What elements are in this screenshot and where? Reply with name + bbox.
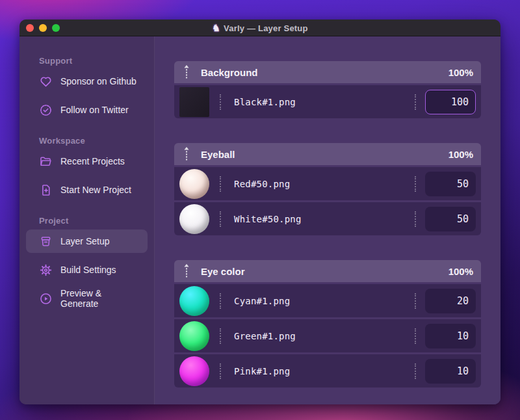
layer-group-weight: 100% — [448, 266, 473, 277]
layer-filename: Green#1.png — [234, 331, 296, 341]
app-window: ♞Varly — Layer Setup Support Sponsor on … — [20, 20, 500, 404]
sidebar-item-layer-setup[interactable]: Layer Setup — [26, 230, 148, 253]
sidebar-item-label: Follow on Twitter — [60, 105, 129, 115]
sidebar-item-start-new-project[interactable]: Start New Project — [26, 178, 148, 202]
layer-filename: Pink#1.png — [234, 366, 290, 376]
row-separator — [415, 94, 416, 110]
row-separator — [220, 363, 221, 379]
row-separator — [415, 176, 416, 192]
play-circle-icon — [39, 292, 53, 306]
layer-group-name: Eyeball — [201, 149, 235, 160]
sidebar-section-workspace: Workspace Recent Projects Start New Proj… — [20, 136, 154, 202]
layer-weight-input[interactable] — [425, 359, 476, 384]
layer-thumbnail — [179, 87, 209, 117]
gear-icon — [39, 263, 53, 277]
archive-box-icon — [39, 235, 53, 248]
layer-thumbnail — [179, 169, 209, 199]
row-separator — [415, 328, 416, 344]
sidebar-item-label: Recent Projects — [60, 156, 125, 166]
section-label-project: Project — [20, 216, 154, 230]
row-separator — [415, 211, 416, 227]
layer-group-weight: 100% — [448, 67, 473, 78]
layer-weight-input[interactable] — [425, 207, 476, 231]
layer-thumbnail — [179, 356, 209, 386]
row-separator — [220, 94, 221, 110]
layer-row[interactable]: Pink#1.png — [174, 352, 481, 387]
titlebar: ♞Varly — Layer Setup — [20, 20, 500, 36]
folder-icon — [39, 155, 53, 168]
sidebar-item-preview-generate[interactable]: Preview & Generate — [26, 287, 148, 310]
layer-row[interactable]: Black#1.png — [174, 83, 481, 118]
row-separator — [220, 293, 221, 309]
heart-icon — [39, 75, 53, 88]
layer-thumbnail — [179, 204, 209, 234]
section-label-support: Support — [20, 56, 154, 70]
sidebar-section-support: Support Sponsor on Github Follow on Twit… — [20, 56, 154, 122]
layer-filename: Black#1.png — [234, 97, 296, 107]
sidebar-item-label: Preview & Generate — [60, 288, 141, 309]
layer-group-name: Background — [201, 67, 258, 78]
row-separator — [220, 211, 221, 227]
verified-check-icon — [39, 103, 53, 117]
layer-group-eye-color: Eye color 100% Cyan#1.png Green#1.png — [174, 260, 481, 387]
new-document-icon — [39, 183, 53, 197]
sidebar-item-label: Layer Setup — [60, 236, 110, 246]
layer-group-header[interactable]: Eyeball 100% — [174, 143, 481, 165]
sidebar-item-label: Start New Project — [60, 185, 131, 195]
layer-filename: Red#50.png — [234, 179, 290, 189]
layer-setup-panel: Background 100% Black#1.png Eyeball — [155, 36, 500, 404]
window-title: Varly — Layer Setup — [224, 23, 308, 33]
layer-weight-input[interactable] — [425, 289, 476, 313]
sidebar-item-label: Build Settings — [60, 265, 116, 275]
drag-handle-icon[interactable] — [183, 65, 190, 79]
unicorn-icon: ♞ — [212, 23, 220, 33]
layer-thumbnail — [179, 321, 209, 351]
sidebar-item-sponsor-on-github[interactable]: Sponsor on Github — [26, 70, 148, 93]
layer-thumbnail — [179, 286, 209, 316]
layer-filename: Cyan#1.png — [234, 296, 290, 306]
layer-group-background: Background 100% Black#1.png — [174, 61, 481, 118]
row-separator — [415, 293, 416, 309]
layer-weight-input[interactable] — [425, 90, 476, 114]
sidebar: Support Sponsor on Github Follow on Twit… — [20, 36, 155, 404]
layer-weight-input[interactable] — [425, 324, 476, 348]
drag-handle-icon[interactable] — [183, 264, 190, 278]
layer-row[interactable]: Green#1.png — [174, 317, 481, 352]
drag-handle-icon[interactable] — [183, 147, 190, 161]
layer-weight-input[interactable] — [425, 172, 476, 196]
sidebar-item-recent-projects[interactable]: Recent Projects — [26, 150, 148, 173]
row-separator — [220, 176, 221, 192]
layer-group-weight: 100% — [448, 149, 473, 160]
layer-filename: White#50.png — [234, 214, 302, 224]
sidebar-item-label: Sponsor on Github — [60, 76, 136, 86]
sidebar-section-project: Project Layer Setup Build Settings Previ… — [20, 216, 154, 310]
section-label-workspace: Workspace — [20, 136, 154, 150]
layer-row[interactable]: Red#50.png — [174, 165, 481, 200]
layer-group-eyeball: Eyeball 100% Red#50.png White#50.png — [174, 143, 481, 235]
window-title-area: ♞Varly — Layer Setup — [20, 23, 500, 33]
layer-row[interactable]: Cyan#1.png — [174, 282, 481, 317]
layer-group-header[interactable]: Eye color 100% — [174, 260, 481, 282]
row-separator — [415, 363, 416, 379]
layer-group-name: Eye color — [201, 266, 245, 277]
layer-group-header[interactable]: Background 100% — [174, 61, 481, 83]
row-separator — [220, 328, 221, 344]
layer-row[interactable]: White#50.png — [174, 200, 481, 235]
sidebar-item-build-settings[interactable]: Build Settings — [26, 258, 148, 282]
sidebar-item-follow-on-twitter[interactable]: Follow on Twitter — [26, 98, 148, 122]
